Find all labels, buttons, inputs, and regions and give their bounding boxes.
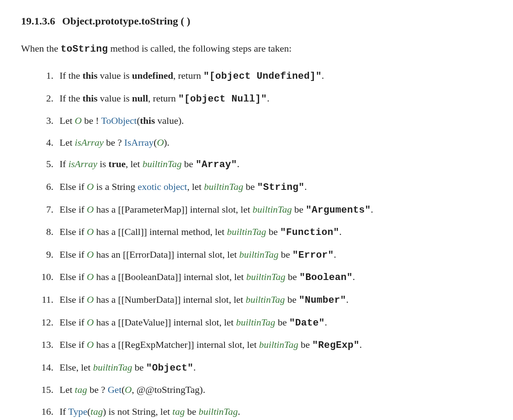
spec-link[interactable]: exotic object xyxy=(137,181,187,192)
step-text: . xyxy=(267,93,270,104)
step-text: . xyxy=(325,317,327,328)
algorithm-variable: builtinTag xyxy=(199,406,238,417)
algorithm-step: If the this value is undefined, return "… xyxy=(21,67,492,85)
algorithm-variable: O xyxy=(87,294,94,305)
step-text: has a [[BooleanData]] internal slot, let xyxy=(94,271,246,282)
step-text: . xyxy=(304,181,307,192)
step-text: Else if xyxy=(60,226,87,237)
step-text: be xyxy=(292,204,306,215)
section-title: Object.prototype.toString ( ) xyxy=(62,15,190,27)
algorithm-variable: tag xyxy=(172,406,185,417)
algorithm-step: Else if O has a [[NumberData]] internal … xyxy=(21,291,492,309)
step-text: be xyxy=(285,271,299,282)
step-text: If the xyxy=(60,93,83,104)
algorithm-variable: builtinTag xyxy=(253,204,292,215)
step-text: be xyxy=(285,294,299,305)
algorithm-variable: builtinTag xyxy=(204,181,243,192)
algorithm-variable: O xyxy=(87,339,94,350)
step-text: be xyxy=(243,181,257,192)
step-text: value). xyxy=(155,115,184,126)
algorithm-step: Else if O has a [[ParameterMap]] interna… xyxy=(21,201,492,219)
step-text: . xyxy=(193,362,196,373)
step-text: is a String xyxy=(94,181,137,192)
step-text: ) is not String, let xyxy=(103,406,172,417)
bold-term: this xyxy=(83,93,98,104)
step-text: has a [[DateValue]] internal slot, let xyxy=(94,317,236,328)
step-text: has an [[ErrorData]] internal slot, let xyxy=(94,249,239,260)
step-text: ( xyxy=(87,406,90,417)
step-text: is xyxy=(97,158,109,169)
step-text: . xyxy=(352,271,355,282)
step-text: be ! xyxy=(82,115,101,126)
algorithm-variable: builtinTag xyxy=(259,339,299,350)
algorithm-step: If Type(tag) is not String, let tag be b… xyxy=(21,403,492,420)
intro-paragraph: When the toString method is called, the … xyxy=(21,41,492,56)
step-text: If the xyxy=(60,70,83,81)
section-heading: 19.1.3.6 Object.prototype.toString ( ) xyxy=(21,13,492,29)
algorithm-step: Else if O has a [[Call]] internal method… xyxy=(21,223,492,242)
step-text: . xyxy=(339,226,342,237)
code-literal: "Error" xyxy=(292,250,334,261)
step-text: be ? xyxy=(87,384,108,395)
algorithm-step: Let isArray be ? IsArray(O). xyxy=(21,134,492,151)
step-text: , return xyxy=(173,70,204,81)
section-number: 19.1.3.6 xyxy=(21,15,55,27)
code-literal: "RegExp" xyxy=(312,340,359,351)
algorithm-step: Else if O has a [[RegExpMatcher]] intern… xyxy=(21,336,492,354)
algorithm-step: Else, let builtinTag be "Object". xyxy=(21,359,492,377)
step-text: , return xyxy=(148,93,178,104)
algorithm-step: Else if O has an [[ErrorData]] internal … xyxy=(21,246,492,264)
algorithm-step: Let tag be ? Get(O, @@toStringTag). xyxy=(21,381,492,399)
step-text: Else if xyxy=(60,317,87,328)
code-literal: "Number" xyxy=(299,295,346,306)
code-literal: "Boolean" xyxy=(299,272,353,283)
step-text: Let xyxy=(60,115,75,126)
algorithm-step: If isArray is true, let builtinTag be "A… xyxy=(21,155,492,174)
algorithm-steps: If the this value is undefined, return "… xyxy=(21,67,492,420)
step-text: value is xyxy=(98,93,132,104)
algorithm-variable: isArray xyxy=(75,137,104,148)
algorithm-step: Else if O has a [[DateValue]] internal s… xyxy=(21,314,492,332)
step-text: If xyxy=(60,406,68,417)
step-text: Let xyxy=(60,137,75,148)
algorithm-variable: tag xyxy=(75,384,87,395)
step-text: . xyxy=(237,158,239,169)
intro-prefix: When the xyxy=(21,43,60,54)
code-literal: "Function" xyxy=(280,227,339,238)
step-text: be xyxy=(132,362,146,373)
step-text: Else, let xyxy=(60,362,93,373)
step-text: be xyxy=(185,406,199,417)
step-text: be xyxy=(266,226,280,237)
algorithm-step: Let O be ! ToObject(this value). xyxy=(21,112,492,130)
algorithm-variable: O xyxy=(87,249,94,260)
step-text: has a [[NumberData]] internal slot, let xyxy=(94,294,246,305)
step-text: . xyxy=(359,339,362,350)
algorithm-variable: O xyxy=(87,271,94,282)
step-text: has a [[Call]] internal method, let xyxy=(94,226,227,237)
algorithm-step: Else if O has a [[BooleanData]] internal… xyxy=(21,268,492,287)
algorithm-variable: O xyxy=(87,226,94,237)
code-literal: "Object" xyxy=(146,363,193,374)
algorithm-variable: O xyxy=(75,115,82,126)
bold-term: null xyxy=(132,93,148,104)
step-text: be xyxy=(275,317,289,328)
algorithm-variable: builtinTag xyxy=(239,249,279,260)
algorithm-variable: builtinTag xyxy=(236,317,275,328)
algorithm-variable: O xyxy=(157,137,164,148)
spec-link[interactable]: IsArray xyxy=(124,137,154,148)
algorithm-variable: builtinTag xyxy=(227,226,266,237)
step-text: Else if xyxy=(60,294,87,305)
algorithm-variable: builtinTag xyxy=(246,294,285,305)
spec-link[interactable]: Get xyxy=(108,384,122,395)
step-text: has a [[RegExpMatcher]] internal slot, l… xyxy=(94,339,259,350)
step-text: , @@toStringTag). xyxy=(132,384,205,395)
spec-link[interactable]: Type xyxy=(68,406,88,417)
spec-link[interactable]: ToObject xyxy=(101,115,137,126)
algorithm-step: Else if O is a String exotic object, let… xyxy=(21,178,492,196)
code-literal: "Array" xyxy=(196,159,237,170)
step-text: value is xyxy=(98,70,132,81)
step-text: . xyxy=(322,70,324,81)
code-literal: "Date" xyxy=(289,318,325,329)
bold-term: this xyxy=(140,115,155,126)
step-text: . xyxy=(346,294,349,305)
